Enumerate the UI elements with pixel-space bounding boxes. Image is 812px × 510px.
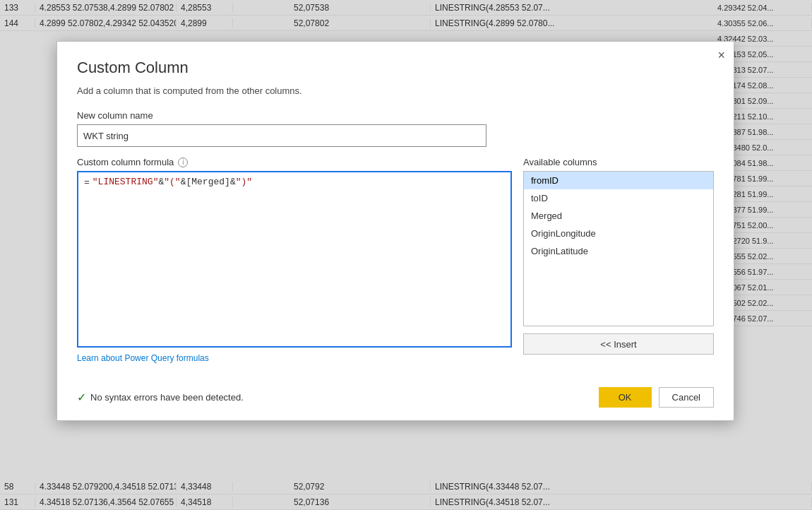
formula-string1: "LINESTRING" — [92, 177, 159, 187]
formula-line: = "LINESTRING"&"("&[Merged]&")" — [78, 172, 511, 192]
formula-left-panel: Custom column formula i = "LINESTRING"&"… — [77, 157, 512, 363]
dialog-actions: OK Cancel — [599, 387, 714, 408]
formula-section: Custom column formula i = "LINESTRING"&"… — [77, 157, 714, 363]
available-columns-label: Available columns — [523, 157, 714, 167]
cancel-button[interactable]: Cancel — [659, 387, 714, 408]
column-item-originlatitude[interactable]: OriginLatitude — [524, 242, 713, 260]
formula-editor[interactable]: = "LINESTRING"&"("&[Merged]&")" — [77, 171, 512, 348]
dialog-title: Custom Column — [77, 59, 714, 77]
insert-button[interactable]: << Insert — [523, 333, 714, 355]
ok-button[interactable]: OK — [599, 387, 652, 408]
dialog-description: Add a column that is computed from the o… — [77, 85, 714, 96]
formula-ref: [Merged] — [186, 177, 229, 187]
info-icon: i — [178, 158, 188, 167]
status-text: No syntax errors have been detected. — [90, 392, 244, 403]
status-row: ✓ No syntax errors have been detected. — [77, 391, 244, 404]
column-name-input[interactable] — [77, 124, 486, 147]
formula-label: Custom column formula i — [77, 157, 512, 167]
formula-content: "LINESTRING"&"("&[Merged]&")" — [92, 177, 252, 187]
learn-link[interactable]: Learn about Power Query formulas — [77, 353, 209, 363]
columns-list[interactable]: fromID toID Merged OriginLongitude Origi… — [523, 171, 714, 326]
column-item-merged[interactable]: Merged — [524, 207, 713, 225]
check-icon: ✓ — [77, 391, 86, 404]
close-button[interactable]: × — [717, 49, 725, 61]
formula-string2: "(" — [164, 177, 180, 187]
available-columns-section: Available columns fromID toID Merged Ori… — [523, 157, 714, 363]
dialog-footer: ✓ No syntax errors have been detected. O… — [57, 377, 734, 420]
equals-sign: = — [84, 177, 90, 188]
column-item-originlongitude[interactable]: OriginLongitude — [524, 225, 713, 242]
custom-column-dialog: × Custom Column Add a column that is com… — [56, 41, 734, 421]
column-item-fromid[interactable]: fromID — [524, 172, 713, 189]
column-name-label: New column name — [77, 110, 714, 121]
dialog-body: Custom Column Add a column that is compu… — [57, 42, 734, 377]
formula-string3: ")" — [236, 177, 252, 187]
column-item-toid[interactable]: toID — [524, 189, 713, 207]
